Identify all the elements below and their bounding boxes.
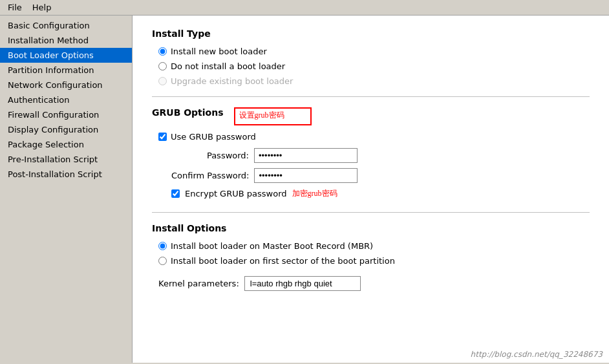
main-layout: Basic Configuration Installation Method … — [0, 16, 609, 363]
sidebar-item-network-config[interactable]: Network Configuration — [0, 78, 132, 92]
confirm-password-input[interactable] — [254, 168, 358, 183]
mbr-radio[interactable] — [158, 242, 167, 250]
grub-annotation: 设置grub密码 — [234, 107, 312, 125]
use-grub-password-label: Use GRUB password — [171, 132, 256, 142]
do-not-install-radio[interactable] — [158, 62, 167, 70]
kernel-label: Kernel parameters: — [158, 279, 239, 288]
sidebar-item-installation-method[interactable]: Installation Method — [0, 33, 132, 48]
install-new-boot-loader-option[interactable]: Install new boot loader — [158, 47, 590, 56]
confirm-password-label: Confirm Password: — [171, 171, 249, 180]
sidebar-item-post-install-script[interactable]: Post-Installation Script — [0, 167, 132, 182]
install-new-label: Install new boot loader — [171, 47, 267, 56]
sidebar-item-firewall-config[interactable]: Firewall Configuration — [0, 107, 132, 122]
sidebar: Basic Configuration Installation Method … — [0, 16, 133, 363]
kernel-row: Kernel parameters: — [158, 276, 590, 291]
sidebar-item-package-selection[interactable]: Package Selection — [0, 137, 132, 152]
install-type-title: Install Type — [152, 28, 590, 39]
upgrade-existing-label: Upgrade existing boot loader — [171, 76, 293, 86]
sidebar-item-display-config[interactable]: Display Configuration — [0, 122, 132, 137]
sidebar-item-partition-info[interactable]: Partition Information — [0, 63, 132, 78]
encrypt-annotation: 加密grub密码 — [292, 188, 337, 199]
first-sector-label: Install boot loader on first sector of t… — [171, 256, 395, 266]
use-grub-password-row: Use GRUB password — [158, 132, 590, 142]
grub-options-body: Use GRUB password Password: Confirm Pass… — [158, 132, 590, 199]
kernel-input[interactable] — [244, 276, 361, 291]
sidebar-item-authentication[interactable]: Authentication — [0, 92, 132, 107]
sidebar-item-boot-loader-options[interactable]: Boot Loader Options — [0, 48, 132, 63]
first-sector-radio[interactable] — [158, 257, 167, 265]
file-menu[interactable]: File — [3, 1, 27, 14]
upgrade-existing-radio — [158, 77, 167, 85]
encrypt-row: Encrypt GRUB password 加密grub密码 — [171, 188, 590, 199]
sidebar-item-basic-config[interactable]: Basic Configuration — [0, 18, 132, 33]
sidebar-item-pre-install-script[interactable]: Pre-Installation Script — [0, 152, 132, 167]
divider-1 — [152, 96, 590, 97]
help-menu[interactable]: Help — [27, 1, 57, 14]
use-grub-password-checkbox[interactable] — [158, 133, 167, 141]
password-input[interactable] — [254, 148, 358, 163]
mbr-label: Install boot loader on Master Boot Recor… — [171, 241, 373, 251]
grub-options-title: GRUB Options — [152, 107, 224, 118]
install-type-section: Install Type Install new boot loader Do … — [152, 28, 590, 86]
install-options-radio-group: Install boot loader on Master Boot Recor… — [158, 241, 590, 266]
do-not-install-label: Do not install a boot loader — [171, 61, 285, 71]
mbr-option[interactable]: Install boot loader on Master Boot Recor… — [158, 241, 590, 251]
encrypt-grub-label: Encrypt GRUB password — [185, 189, 287, 198]
first-sector-option[interactable]: Install boot loader on first sector of t… — [158, 256, 590, 266]
content-area: Install Type Install new boot loader Do … — [133, 16, 609, 363]
encrypt-grub-checkbox[interactable] — [171, 189, 180, 198]
grub-header: GRUB Options 设置grub密码 — [152, 107, 590, 125]
menubar: File Help — [0, 0, 609, 16]
install-options-section: Install Options Install boot loader on M… — [152, 223, 590, 291]
grub-options-section: GRUB Options 设置grub密码 Use GRUB password … — [152, 107, 590, 199]
password-row: Password: — [171, 148, 590, 163]
install-type-radio-group: Install new boot loader Do not install a… — [158, 47, 590, 86]
confirm-password-row: Confirm Password: — [171, 168, 590, 183]
divider-2 — [152, 212, 590, 213]
install-options-title: Install Options — [152, 223, 590, 233]
install-new-radio[interactable] — [158, 47, 167, 56]
do-not-install-option[interactable]: Do not install a boot loader — [158, 61, 590, 71]
watermark: http://blog.csdn.net/qq_32248673 — [471, 350, 603, 359]
password-label: Password: — [171, 151, 249, 160]
upgrade-existing-option[interactable]: Upgrade existing boot loader — [158, 76, 590, 86]
